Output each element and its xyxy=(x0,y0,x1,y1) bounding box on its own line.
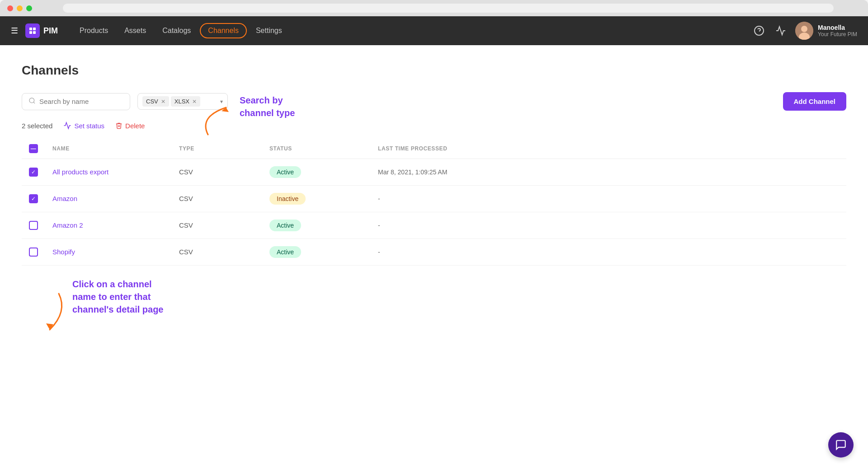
hamburger-icon[interactable]: ☰ xyxy=(11,26,18,36)
annotation-arrow-2 xyxy=(23,285,77,341)
nav-item-products[interactable]: Products xyxy=(72,23,115,38)
filter-tag-csv-label: CSV xyxy=(146,98,158,105)
search-box[interactable] xyxy=(22,93,130,110)
selected-count: 2 selected xyxy=(22,122,52,130)
status-badge-3: Active xyxy=(269,246,301,258)
status-badge-2: Active xyxy=(269,220,301,231)
svg-rect-1 xyxy=(33,28,36,30)
channel-name-link-0[interactable]: All products export xyxy=(52,168,108,176)
filter-tag-csv[interactable]: CSV ✕ xyxy=(142,96,169,107)
nav-user[interactable]: Manoella Your Future PIM xyxy=(795,22,857,40)
row-checkbox-1[interactable]: ✓ xyxy=(29,194,38,203)
annotation-text-2: Click on a channelname to enter thatchan… xyxy=(72,278,163,316)
row-checkbox-3[interactable] xyxy=(29,248,38,257)
minimize-dot[interactable] xyxy=(17,5,23,11)
address-bar[interactable] xyxy=(63,4,834,13)
channel-status-3: Active xyxy=(262,239,371,266)
chat-button[interactable] xyxy=(828,432,854,458)
nav-item-settings[interactable]: Settings xyxy=(249,23,289,38)
toolbar: CSV ✕ XLSX ✕ ▾ Add Channel xyxy=(22,92,846,111)
col-header-last: LAST TIME PROCESSED xyxy=(371,139,846,159)
nav-right: Manoella Your Future PIM xyxy=(752,22,857,40)
channel-table: — NAME TYPE STATUS LAST TIME PROCESSED ✓… xyxy=(22,139,846,266)
analytics-icon[interactable] xyxy=(774,23,788,38)
nav-item-catalogs[interactable]: Catalogs xyxy=(155,23,198,38)
avatar xyxy=(795,22,813,40)
channel-status-2: Active xyxy=(262,212,371,239)
bulk-actions: 2 selected Set status Delete xyxy=(22,122,846,130)
window-chrome xyxy=(0,0,868,16)
col-header-type: TYPE xyxy=(172,139,262,159)
channel-name-link-2[interactable]: Amazon 2 xyxy=(52,221,83,229)
navbar: ☰ PIM Products Assets Catalogs Channels … xyxy=(0,16,868,45)
svg-point-9 xyxy=(29,98,34,103)
delete-button[interactable]: Delete xyxy=(115,122,145,130)
indeterminate-mark: — xyxy=(31,145,37,152)
channel-type-2: CSV xyxy=(172,212,262,239)
svg-rect-3 xyxy=(33,31,36,34)
table-row: ✓All products exportCSVActiveMar 8, 2021… xyxy=(22,159,846,186)
search-icon xyxy=(28,97,36,106)
row-checkbox-2[interactable] xyxy=(29,221,38,230)
channel-type-0: CSV xyxy=(172,159,262,186)
channel-type-1: CSV xyxy=(172,186,262,212)
page-title: Channels xyxy=(22,63,846,78)
svg-rect-2 xyxy=(29,31,32,34)
nav-items: Products Assets Catalogs Channels Settin… xyxy=(72,23,748,38)
logo-icon xyxy=(25,23,40,38)
channel-last-processed-3: - xyxy=(371,239,846,266)
filter-tag-xlsx-remove[interactable]: ✕ xyxy=(192,98,197,105)
close-dot[interactable] xyxy=(7,5,13,11)
help-icon[interactable] xyxy=(752,23,766,38)
row-checkbox-0[interactable]: ✓ xyxy=(29,168,38,177)
set-status-label: Set status xyxy=(74,122,104,130)
table-row: ✓AmazonCSVInactive- xyxy=(22,186,846,212)
table-row: Amazon 2CSVActive- xyxy=(22,212,846,239)
filter-tag-csv-remove[interactable]: ✕ xyxy=(161,98,165,105)
channel-status-1: Inactive xyxy=(262,186,371,212)
col-header-status: STATUS xyxy=(262,139,371,159)
filter-dropdown-icon[interactable]: ▾ xyxy=(217,98,223,105)
filter-tag-xlsx[interactable]: XLSX ✕ xyxy=(171,96,200,107)
svg-line-10 xyxy=(33,102,35,103)
col-header-name: NAME xyxy=(45,139,172,159)
svg-point-7 xyxy=(801,26,807,32)
channel-name-link-1[interactable]: Amazon xyxy=(52,195,77,202)
status-badge-1: Inactive xyxy=(269,193,306,205)
logo-text: PIM xyxy=(43,26,58,36)
status-badge-0: Active xyxy=(269,166,301,178)
add-channel-button[interactable]: Add Channel xyxy=(783,92,847,111)
set-status-button[interactable]: Set status xyxy=(63,122,104,130)
channel-type-3: CSV xyxy=(172,239,262,266)
channel-name-link-3[interactable]: Shopify xyxy=(52,248,75,256)
delete-label: Delete xyxy=(125,122,145,130)
channel-last-processed-2: - xyxy=(371,212,846,239)
channel-status-0: Active xyxy=(262,159,371,186)
nav-item-assets[interactable]: Assets xyxy=(117,23,153,38)
select-all-checkbox[interactable]: — xyxy=(29,144,38,153)
filter-tag-xlsx-label: XLSX xyxy=(175,98,189,105)
main-content: Channels CSV ✕ XLSX ✕ ▾ Add Channel xyxy=(0,45,868,472)
channel-last-processed-1: - xyxy=(371,186,846,212)
table-row: ShopifyCSVActive- xyxy=(22,239,846,266)
filter-box[interactable]: CSV ✕ XLSX ✕ ▾ xyxy=(137,93,228,110)
svg-marker-12 xyxy=(46,323,53,330)
channel-last-processed-0: Mar 8, 2021, 1:09:25 AM xyxy=(371,159,846,186)
svg-rect-0 xyxy=(29,28,32,30)
nav-item-channels[interactable]: Channels xyxy=(200,23,247,38)
nav-logo[interactable]: PIM xyxy=(25,23,58,38)
search-input[interactable] xyxy=(39,98,125,105)
nav-user-org: Your Future PIM xyxy=(818,31,857,37)
nav-user-name: Manoella xyxy=(818,24,857,31)
nav-user-text: Manoella Your Future PIM xyxy=(818,24,857,37)
maximize-dot[interactable] xyxy=(26,5,32,11)
